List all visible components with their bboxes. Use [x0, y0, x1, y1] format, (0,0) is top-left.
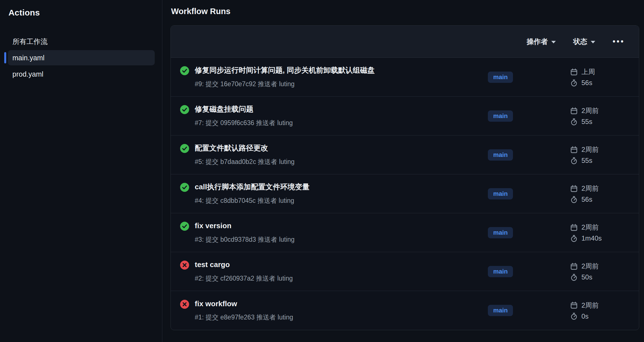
run-date: 2周前 [581, 262, 599, 271]
run-date: 2周前 [581, 184, 599, 193]
workflow-run-row[interactable]: 修复磁盘挂载问题 #7: 提交 0959f6c636 推送者 luting ma… [171, 97, 639, 136]
run-meta-column: 2周前 55s [570, 106, 626, 126]
workflow-run-row[interactable]: fix version #3: 提交 b0cd9378d3 推送者 luting… [171, 213, 639, 252]
run-commit-info: #5: 提交 b7daad0b2c 推送者 luting [195, 157, 295, 166]
run-commit-info: #2: 提交 cf260937a2 推送者 luting [195, 274, 293, 283]
run-commit-info: #9: 提交 16e70e7c92 推送者 luting [195, 80, 375, 88]
calendar-icon [570, 263, 578, 270]
run-text-block: fix version #3: 提交 b0cd9378d3 推送者 luting [195, 221, 295, 244]
run-status-icon [180, 144, 189, 153]
sidebar-item-main-yaml[interactable]: main.yaml [8, 50, 155, 65]
workflow-runs-panel: Workflow Runs 操作者 状态 ••• [162, 0, 644, 342]
calendar-icon [570, 185, 578, 192]
run-commit-info: #3: 提交 b0cd9378d3 推送者 luting [195, 235, 295, 244]
workflow-run-row[interactable]: test cargo #2: 提交 cf260937a2 推送者 luting … [171, 252, 639, 291]
page-title: Workflow Runs [171, 7, 639, 16]
workflow-run-row[interactable]: 修复同步运行时间计算问题, 同步关机前卸载默认组磁盘 #9: 提交 16e70e… [171, 58, 639, 97]
actions-sidebar: Actions 所有工作流 main.yaml prod.yaml [0, 0, 162, 342]
run-text-block: test cargo #2: 提交 cf260937a2 推送者 luting [195, 260, 293, 283]
actor-filter-label: 操作者 [527, 37, 548, 46]
run-title-link[interactable]: call执行脚本添加配置文件环境变量 [195, 182, 309, 192]
run-summary: test cargo #2: 提交 cf260937a2 推送者 luting [180, 260, 488, 283]
branch-badge[interactable]: main [488, 188, 513, 199]
branch-badge[interactable]: main [488, 227, 513, 238]
active-indicator-bar [4, 52, 6, 63]
calendar-icon [570, 107, 578, 115]
check-circle-icon [180, 105, 189, 114]
actor-filter-dropdown[interactable]: 操作者 [527, 37, 556, 46]
workflow-run-row[interactable]: 配置文件默认路径更改 #5: 提交 b7daad0b2c 推送者 luting … [171, 136, 639, 174]
run-duration-line: 55s [570, 157, 626, 165]
branch-badge[interactable]: main [488, 305, 513, 316]
chevron-down-icon [591, 41, 595, 43]
run-meta-column: 2周前 0s [570, 301, 626, 320]
x-circle-icon [180, 300, 189, 309]
run-commit-info: #1: 提交 e8e97fe263 推送者 luting [195, 313, 293, 322]
run-date-line: 2周前 [570, 301, 626, 310]
run-summary: fix workflow #1: 提交 e8e97fe263 推送者 lutin… [180, 299, 488, 322]
calendar-icon [570, 224, 578, 231]
run-branch-column: main [488, 227, 570, 238]
run-commit-info: #7: 提交 0959f6c636 推送者 luting [195, 119, 293, 127]
run-title-link[interactable]: 修复同步运行时间计算问题, 同步关机前卸载默认组磁盘 [195, 66, 375, 75]
app-root: Actions 所有工作流 main.yaml prod.yaml Workfl… [0, 0, 644, 342]
stopwatch-icon [570, 157, 578, 165]
run-text-block: 修复同步运行时间计算问题, 同步关机前卸载默认组磁盘 #9: 提交 16e70e… [195, 66, 375, 88]
run-date: 2周前 [581, 106, 599, 115]
runs-card: 操作者 状态 ••• [171, 25, 639, 330]
run-status-icon [180, 183, 189, 192]
run-title-link[interactable]: fix version [195, 221, 295, 230]
runs-filter-bar: 操作者 状态 ••• [171, 26, 639, 58]
run-title-link[interactable]: fix workflow [195, 299, 293, 308]
stopwatch-icon [570, 79, 578, 87]
calendar-icon [570, 68, 578, 76]
run-date: 2周前 [581, 223, 599, 232]
run-meta-column: 上周 56s [570, 67, 626, 87]
run-meta-column: 2周前 50s [570, 262, 626, 281]
run-status-icon [180, 300, 189, 309]
sidebar-item-prod-yaml[interactable]: prod.yaml [8, 66, 155, 82]
branch-badge[interactable]: main [488, 72, 513, 83]
stopwatch-icon [570, 274, 578, 281]
run-title-link[interactable]: test cargo [195, 260, 293, 269]
run-date-line: 2周前 [570, 262, 626, 271]
workflow-run-row[interactable]: call执行脚本添加配置文件环境变量 #4: 提交 c8dbb7045c 推送者… [171, 174, 639, 213]
run-duration: 1m40s [581, 234, 602, 242]
run-branch-column: main [488, 305, 570, 316]
run-duration: 55s [581, 157, 592, 165]
branch-badge[interactable]: main [488, 266, 513, 277]
sidebar-title: Actions [8, 8, 155, 17]
run-summary: call执行脚本添加配置文件环境变量 #4: 提交 c8dbb7045c 推送者… [180, 182, 488, 205]
calendar-icon [570, 146, 578, 154]
run-title-link[interactable]: 修复磁盘挂载问题 [195, 105, 293, 114]
run-branch-column: main [488, 188, 570, 199]
run-text-block: fix workflow #1: 提交 e8e97fe263 推送者 lutin… [195, 299, 293, 322]
branch-badge[interactable]: main [488, 110, 513, 122]
run-duration-line: 0s [570, 312, 626, 320]
run-list: 修复同步运行时间计算问题, 同步关机前卸载默认组磁盘 #9: 提交 16e70e… [171, 58, 639, 330]
run-duration-line: 55s [570, 118, 626, 126]
run-duration-line: 50s [570, 273, 626, 281]
sidebar-item-label: main.yaml [12, 54, 45, 62]
run-duration: 56s [581, 196, 592, 203]
more-options-button[interactable]: ••• [613, 38, 625, 45]
stopwatch-icon [570, 312, 578, 320]
run-summary: 配置文件默认路径更改 #5: 提交 b7daad0b2c 推送者 luting [180, 143, 488, 166]
status-filter-dropdown[interactable]: 状态 [573, 37, 595, 46]
run-date: 2周前 [581, 301, 599, 310]
run-date: 2周前 [581, 145, 599, 154]
run-text-block: call执行脚本添加配置文件环境变量 #4: 提交 c8dbb7045c 推送者… [195, 182, 309, 205]
run-date-line: 上周 [570, 67, 626, 76]
sidebar-item-label: 所有工作流 [12, 37, 48, 46]
run-title-link[interactable]: 配置文件默认路径更改 [195, 143, 295, 153]
run-branch-column: main [488, 110, 570, 122]
run-summary: 修复同步运行时间计算问题, 同步关机前卸载默认组磁盘 #9: 提交 16e70e… [180, 66, 488, 88]
workflow-run-row[interactable]: fix workflow #1: 提交 e8e97fe263 推送者 lutin… [171, 291, 639, 330]
branch-badge[interactable]: main [488, 149, 513, 161]
run-status-icon [180, 105, 189, 114]
run-duration-line: 1m40s [570, 234, 626, 242]
run-date: 上周 [581, 67, 595, 76]
run-meta-column: 2周前 1m40s [570, 223, 626, 242]
sidebar-item-all-workflows[interactable]: 所有工作流 [8, 34, 155, 49]
run-date-line: 2周前 [570, 184, 626, 193]
